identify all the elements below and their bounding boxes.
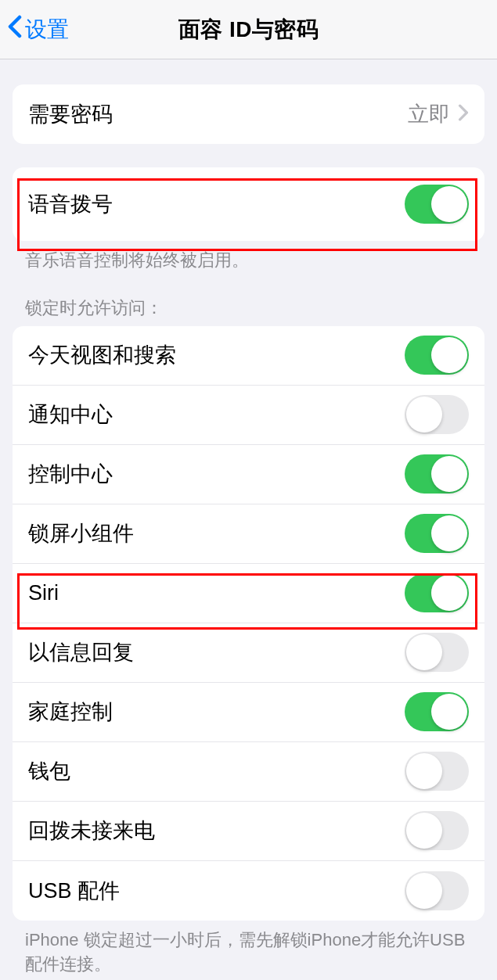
lock-access-row[interactable]: 家庭控制 [13, 683, 484, 742]
row-value: 立即 [408, 100, 450, 128]
toggle[interactable] [405, 811, 469, 850]
toggle-knob [431, 456, 467, 492]
lock-access-row[interactable]: USB 配件 [13, 861, 484, 921]
lock-access-row[interactable]: 控制中心 [13, 445, 484, 504]
require-passcode-row[interactable]: 需要密码 立即 [13, 84, 484, 144]
row-label: 以信息回复 [28, 638, 134, 666]
lock-access-row[interactable]: 今天视图和搜索 [13, 326, 484, 386]
toggle[interactable] [405, 573, 469, 612]
toggle-knob [431, 694, 467, 730]
lock-section-footer: iPhone 锁定超过一小时后，需先解锁iPhone才能允许USB 配件连接。 [0, 921, 497, 977]
chevron-right-icon [458, 104, 469, 124]
row-label: 通知中心 [28, 400, 113, 429]
toggle-knob [406, 873, 442, 909]
row-label: USB 配件 [28, 877, 120, 905]
toggle[interactable] [405, 752, 469, 791]
back-button[interactable]: 设置 [0, 15, 69, 45]
lock-access-row[interactable]: 以信息回复 [13, 623, 484, 683]
lock-access-row[interactable]: 锁屏小组件 [13, 504, 484, 564]
row-label: 家庭控制 [28, 698, 113, 726]
toggle-knob [406, 753, 442, 789]
toggle[interactable] [405, 692, 469, 731]
content: 需要密码 立即 语音拨号 音乐语音控制将始终被启用。 锁定时允许访问： 今天视图… [0, 84, 497, 976]
lock-access-row[interactable]: Siri [13, 564, 484, 623]
toggle[interactable] [405, 454, 469, 494]
row-label: 需要密码 [28, 100, 113, 128]
row-label: 控制中心 [28, 460, 113, 488]
toggle[interactable] [405, 633, 469, 672]
lock-section-header: 锁定时允许访问： [0, 273, 497, 326]
toggle-knob [406, 813, 442, 849]
navigation-header: 设置 面容 ID与密码 [0, 0, 497, 59]
row-label: 回拨未接来电 [28, 817, 155, 845]
passcode-group: 需要密码 立即 [13, 84, 484, 144]
toggle-knob [406, 634, 442, 670]
toggle[interactable] [405, 395, 469, 434]
row-label: 语音拨号 [28, 190, 113, 218]
row-detail: 立即 [408, 100, 469, 128]
row-label: 锁屏小组件 [28, 519, 134, 547]
row-label: 钱包 [28, 757, 70, 785]
lock-access-group: 今天视图和搜索通知中心控制中心锁屏小组件Siri以信息回复家庭控制钱包回拨未接来… [13, 326, 484, 921]
toggle[interactable] [405, 514, 469, 553]
back-label: 设置 [25, 15, 69, 45]
voice-dial-row[interactable]: 语音拨号 [13, 167, 484, 241]
row-label: 今天视图和搜索 [28, 341, 176, 369]
toggle-knob [431, 337, 467, 373]
voice-dial-footer: 音乐语音控制将始终被启用。 [0, 241, 497, 273]
toggle-knob [406, 397, 442, 433]
toggle[interactable] [405, 336, 469, 375]
toggle-knob [431, 515, 467, 551]
voice-dial-group: 语音拨号 [13, 167, 484, 241]
lock-access-row[interactable]: 通知中心 [13, 386, 484, 445]
chevron-left-icon [8, 15, 22, 44]
page-title: 面容 ID与密码 [178, 15, 319, 45]
voice-dial-toggle[interactable] [405, 185, 469, 224]
toggle-knob [431, 575, 467, 611]
toggle-knob [431, 186, 467, 222]
lock-access-row[interactable]: 钱包 [13, 742, 484, 802]
row-label: Siri [28, 581, 59, 605]
toggle[interactable] [405, 871, 469, 910]
lock-access-row[interactable]: 回拨未接来电 [13, 802, 484, 861]
